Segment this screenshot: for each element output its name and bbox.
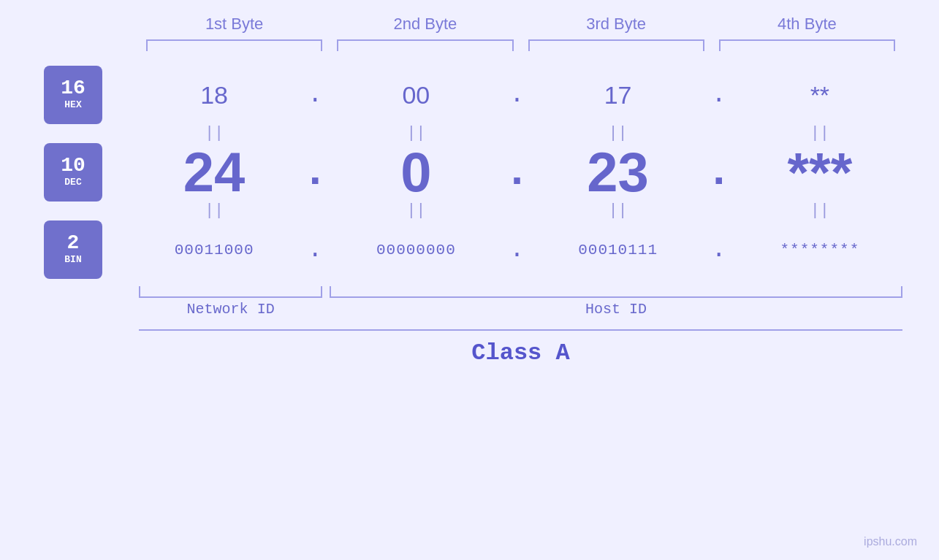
hex-b1: 18 — [132, 81, 297, 110]
dec-row: 10 DEC 24 . 0 . 23 . *** — [37, 143, 902, 202]
eq-cells-2: || || || || — [132, 202, 902, 220]
byte1-header: 1st Byte — [139, 15, 330, 39]
bracket-4 — [719, 39, 895, 51]
dec-b3: 23 — [536, 147, 701, 197]
class-label: Class A — [139, 335, 902, 371]
dec-badge: 10 DEC — [44, 143, 102, 202]
eq-badge-slot-1 — [37, 124, 132, 143]
hex-dot-1: . — [297, 81, 333, 109]
dec-badge-slot: 10 DEC — [37, 143, 132, 202]
bin-badge-slot: 2 BIN — [37, 220, 132, 279]
hex-badge-number: 16 — [61, 78, 85, 99]
eq-sep-5 — [499, 202, 536, 220]
dec-b1: 24 — [132, 147, 297, 197]
bracket-3 — [528, 39, 704, 51]
hex-b2: 00 — [333, 81, 498, 110]
watermark: ipshu.com — [864, 535, 917, 548]
byte4-header: 4th Byte — [712, 15, 902, 39]
eq-2-b2: || — [333, 202, 498, 220]
equals-row-1: || || || || — [37, 124, 902, 143]
bracket-2 — [337, 39, 513, 51]
eq-sep-1 — [297, 124, 333, 143]
eq-badge-slot-2 — [37, 202, 132, 220]
bin-badge-number: 2 — [67, 233, 80, 253]
bin-row: 2 BIN 00011000 . 00000000 . 00010111 . *… — [37, 220, 902, 279]
dec-b4: *** — [737, 147, 902, 197]
bin-b4: ******** — [737, 242, 902, 258]
top-brackets — [37, 39, 902, 51]
hex-b3: 17 — [536, 81, 701, 110]
network-id-label: Network ID — [139, 301, 330, 318]
hex-row: 16 HEX 18 . 00 . 17 . ** — [37, 66, 902, 124]
dec-badge-number: 10 — [61, 156, 85, 176]
host-bracket — [330, 286, 902, 298]
hex-badge-label: HEX — [64, 99, 81, 112]
dec-b2: 0 — [333, 147, 498, 197]
eq-2-b3: || — [536, 202, 701, 220]
class-section: Class A — [37, 329, 902, 371]
network-bracket — [139, 286, 322, 298]
hex-dot-2: . — [499, 81, 536, 109]
hex-badge: 16 HEX — [44, 66, 102, 124]
hex-values: 18 . 00 . 17 . ** — [132, 81, 902, 110]
eq-sep-6 — [701, 202, 737, 220]
dec-dot-2: . — [499, 147, 536, 197]
eq-2-b1: || — [132, 202, 297, 220]
hex-b4: ** — [737, 81, 902, 110]
dec-badge-label: DEC — [64, 176, 81, 189]
bin-dot-2: . — [499, 236, 536, 264]
network-section: Network ID — [139, 286, 330, 318]
bracket-1 — [146, 39, 322, 51]
bin-dot-3: . — [701, 236, 737, 264]
class-bracket-line — [139, 329, 902, 331]
eq-2-b4: || — [737, 202, 902, 220]
eq-sep-4 — [297, 202, 333, 220]
dec-dot-3: . — [701, 147, 737, 197]
bin-badge-label: BIN — [64, 253, 81, 266]
bin-dot-1: . — [297, 236, 333, 264]
dec-dot-1: . — [297, 147, 333, 197]
byte2-header: 2nd Byte — [330, 15, 520, 39]
byte3-header: 3rd Byte — [521, 15, 712, 39]
eq-sep-2 — [499, 124, 536, 143]
bin-badge: 2 BIN — [44, 220, 102, 279]
byte-headers: 1st Byte 2nd Byte 3rd Byte 4th Byte — [37, 15, 902, 39]
bin-values: 00011000 . 00000000 . 00010111 . *******… — [132, 236, 902, 264]
bottom-brackets: Network ID Host ID — [37, 286, 902, 318]
main-container: 1st Byte 2nd Byte 3rd Byte 4th Byte 16 H… — [0, 0, 939, 560]
hex-badge-slot: 16 HEX — [37, 66, 132, 124]
dec-values: 24 . 0 . 23 . *** — [132, 147, 902, 197]
host-id-label: Host ID — [330, 301, 902, 318]
bin-b3: 00010111 — [536, 242, 701, 258]
equals-row-2: || || || || — [37, 202, 902, 220]
hex-dot-3: . — [701, 81, 737, 109]
eq-sep-3 — [701, 124, 737, 143]
bin-b1: 00011000 — [132, 242, 297, 258]
host-section: Host ID — [330, 286, 902, 318]
bin-b2: 00000000 — [333, 242, 498, 258]
